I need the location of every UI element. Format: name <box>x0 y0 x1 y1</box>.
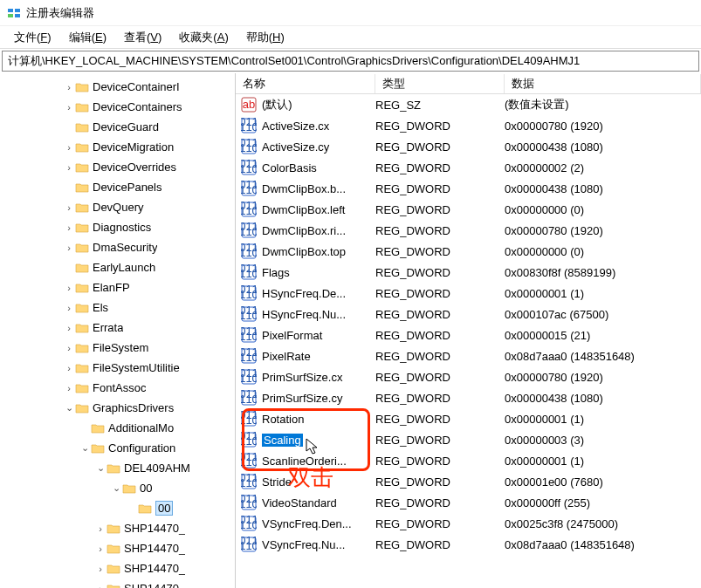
tree-twisty-icon[interactable]: ⌄ <box>63 402 75 414</box>
value-row-VSyncFreq.Den...[interactable]: 011110VSyncFreq.Den...REG_DWORD0x0025c3f… <box>236 513 701 534</box>
svg-text:110: 110 <box>241 288 257 301</box>
value-row-VideoStandard[interactable]: 011110VideoStandardREG_DWORD0x000000ff (… <box>236 492 701 513</box>
tree-item-SHP14470_[interactable]: ›SHP14470_ <box>0 538 235 558</box>
col-header-name[interactable]: 名称 <box>236 74 375 93</box>
value-row-ActiveSize.cx[interactable]: 011110ActiveSize.cxREG_DWORD0x00000780 (… <box>236 115 701 136</box>
tree-twisty-icon[interactable]: › <box>63 162 75 173</box>
value-row-DwmClipBox.ri...[interactable]: 011110DwmClipBox.ri...REG_DWORD0x0000078… <box>236 220 701 241</box>
value-row-PrimSurfSize.cx[interactable]: 011110PrimSurfSize.cxREG_DWORD0x00000780… <box>236 366 701 387</box>
menu-帮助[interactable]: 帮助(H) <box>237 28 293 47</box>
value-type: REG_DWORD <box>375 287 505 300</box>
tree-item-AdditionalMo[interactable]: AdditionalMo <box>0 418 235 438</box>
tree-item-DeviceOverrides[interactable]: ›DeviceOverrides <box>0 157 235 177</box>
tree-item-Diagnostics[interactable]: ›Diagnostics <box>0 217 235 237</box>
tree-item-SHP14470[interactable]: ›SHP14470 <box>0 578 235 588</box>
tree-item-Configuration[interactable]: ⌄Configuration <box>0 438 235 458</box>
tree-twisty-icon[interactable]: › <box>63 323 75 333</box>
tree-twisty-icon[interactable]: › <box>63 243 75 253</box>
tree-twisty-icon[interactable]: › <box>63 142 75 153</box>
tree-item-EarlyLaunch[interactable]: EarlyLaunch <box>0 257 235 277</box>
tree-twisty-icon[interactable]: › <box>94 544 107 554</box>
value-row-Rotation[interactable]: 011110RotationREG_DWORD0x00000001 (1) <box>236 408 701 429</box>
tree-item-DeviceMigration[interactable]: ›DeviceMigration <box>0 137 235 157</box>
tree-twisty-icon[interactable]: › <box>63 343 75 353</box>
col-header-data[interactable]: 数据 <box>505 74 701 93</box>
value-row-PrimSurfSize.cy[interactable]: 011110PrimSurfSize.cyREG_DWORD0x00000438… <box>236 387 701 408</box>
tree-item-DmaSecurity[interactable]: ›DmaSecurity <box>0 237 235 257</box>
tree-twisty-icon[interactable]: › <box>63 222 75 233</box>
values-pane[interactable]: 名称 类型 数据 ab(默认)REG_SZ(数值未设置)011110Active… <box>236 73 701 588</box>
tree-twisty-icon[interactable]: ⌄ <box>79 442 91 454</box>
tree-twisty-icon[interactable]: › <box>63 202 75 213</box>
tree-twisty-icon[interactable]: › <box>63 363 75 373</box>
tree-twisty-icon[interactable]: › <box>63 283 75 293</box>
tree-twisty-icon[interactable]: › <box>94 523 107 534</box>
value-row-HSyncFreq.De...[interactable]: 011110HSyncFreq.De...REG_DWORD0x00000001… <box>236 283 701 304</box>
tree-item-DeviceContainerI[interactable]: ›DeviceContainerI <box>0 77 235 97</box>
svg-text:110: 110 <box>241 497 257 510</box>
tree-item-Els[interactable]: ›Els <box>0 297 235 318</box>
value-row-PixelRate[interactable]: 011110PixelRateREG_DWORD0x08d7aaa0 (1483… <box>236 345 701 366</box>
menu-收藏夹[interactable]: 收藏夹(A) <box>170 28 237 47</box>
tree-item-SHP14470_[interactable]: ›SHP14470_ <box>0 558 235 578</box>
tree-item-00[interactable]: 00 <box>0 498 235 518</box>
tree-twisty-icon[interactable]: › <box>63 82 75 92</box>
tree-twisty-icon[interactable]: ⌄ <box>94 462 107 474</box>
tree-item-DevicePanels[interactable]: DevicePanels <box>0 177 235 197</box>
tree-item-DEL409AHM[interactable]: ⌄DEL409AHM <box>0 458 235 478</box>
tree-item-DeviceContainers[interactable]: ›DeviceContainers <box>0 97 235 117</box>
value-row-DwmClipBox.top[interactable]: 011110DwmClipBox.topREG_DWORD0x00000000 … <box>236 241 701 262</box>
value-row-DwmClipBox.b...[interactable]: 011110DwmClipBox.b...REG_DWORD0x00000438… <box>236 178 701 199</box>
value-type: REG_DWORD <box>375 538 505 551</box>
tree-twisty-icon[interactable]: ⌄ <box>110 482 122 494</box>
value-name: PrimSurfSize.cy <box>262 392 375 405</box>
tree-pane[interactable]: ›DeviceContainerI›DeviceContainersDevice… <box>0 73 236 588</box>
tree-twisty-icon[interactable]: › <box>63 102 75 113</box>
tree-item-label: SHP14470_ <box>124 542 185 555</box>
value-name: VSyncFreq.Den... <box>262 517 375 530</box>
tree-item-ElanFP[interactable]: ›ElanFP <box>0 277 235 297</box>
address-bar[interactable]: 计算机\HKEY_LOCAL_MACHINE\SYSTEM\ControlSet… <box>2 51 699 72</box>
svg-text:110: 110 <box>241 434 257 448</box>
tree-item-FontAssoc[interactable]: ›FontAssoc <box>0 378 235 398</box>
menu-查看[interactable]: 查看(V) <box>115 28 170 47</box>
value-row-Scaling[interactable]: 011110ScalingREG_DWORD0x00000003 (3) <box>236 429 701 450</box>
value-type: REG_DWORD <box>375 245 505 258</box>
col-header-type[interactable]: 类型 <box>375 74 505 93</box>
tree-item-FileSystemUtilitie[interactable]: ›FileSystemUtilitie <box>0 358 235 378</box>
value-row-DwmClipBox.left[interactable]: 011110DwmClipBox.leftREG_DWORD0x00000000… <box>236 199 701 220</box>
tree-twisty-icon[interactable]: › <box>94 564 107 574</box>
svg-text:110: 110 <box>241 518 257 531</box>
tree-item-label: ElanFP <box>93 281 130 294</box>
tree-twisty-icon[interactable]: › <box>94 584 107 589</box>
tree-twisty-icon[interactable]: › <box>63 303 75 313</box>
titlebar: 注册表编辑器 <box>0 0 701 26</box>
tree-item-label: DevQuery <box>93 201 144 214</box>
tree-twisty-icon[interactable]: › <box>63 383 75 393</box>
tree-item-Errata[interactable]: ›Errata <box>0 318 235 338</box>
value-name: ActiveSize.cx <box>262 120 375 133</box>
value-data: 0x00000002 (2) <box>505 161 701 174</box>
tree-item-DevQuery[interactable]: ›DevQuery <box>0 197 235 217</box>
value-row-(默认)[interactable]: ab(默认)REG_SZ(数值未设置) <box>236 94 701 115</box>
value-row-ActiveSize.cy[interactable]: 011110ActiveSize.cyREG_DWORD0x00000438 (… <box>236 136 701 157</box>
tree-item-GraphicsDrivers[interactable]: ⌄GraphicsDrivers <box>0 398 235 418</box>
tree-item-FileSystem[interactable]: ›FileSystem <box>0 338 235 358</box>
value-type: REG_DWORD <box>375 517 505 530</box>
menu-编辑[interactable]: 编辑(E) <box>60 28 115 47</box>
value-row-VSyncFreq.Nu...[interactable]: 011110VSyncFreq.Nu...REG_DWORD0x08d7aaa0… <box>236 534 701 555</box>
value-row-PixelFormat[interactable]: 011110PixelFormatREG_DWORD0x00000015 (21… <box>236 325 701 345</box>
value-data: 0x00000000 (0) <box>505 245 701 258</box>
value-row-HSyncFreq.Nu...[interactable]: 011110HSyncFreq.Nu...REG_DWORD0x000107ac… <box>236 304 701 325</box>
tree-item-00[interactable]: ⌄00 <box>0 478 235 498</box>
value-row-Stride[interactable]: 011110StrideREG_DWORD0x00001e00 (7680) <box>236 471 701 492</box>
value-row-ScanlineOrderi...[interactable]: 011110ScanlineOrderi...REG_DWORD0x000000… <box>236 450 701 471</box>
menu-文件[interactable]: 文件(F) <box>5 28 60 47</box>
svg-text:110: 110 <box>241 162 257 175</box>
value-name: ActiveSize.cy <box>262 140 375 154</box>
tree-item-DeviceGuard[interactable]: DeviceGuard <box>0 117 235 137</box>
value-row-ColorBasis[interactable]: 011110ColorBasisREG_DWORD0x00000002 (2) <box>236 157 701 178</box>
tree-item-SHP14470_[interactable]: ›SHP14470_ <box>0 518 235 538</box>
value-row-Flags[interactable]: 011110FlagsREG_DWORD0x00830f8f (8589199) <box>236 262 701 283</box>
svg-text:110: 110 <box>241 204 257 217</box>
